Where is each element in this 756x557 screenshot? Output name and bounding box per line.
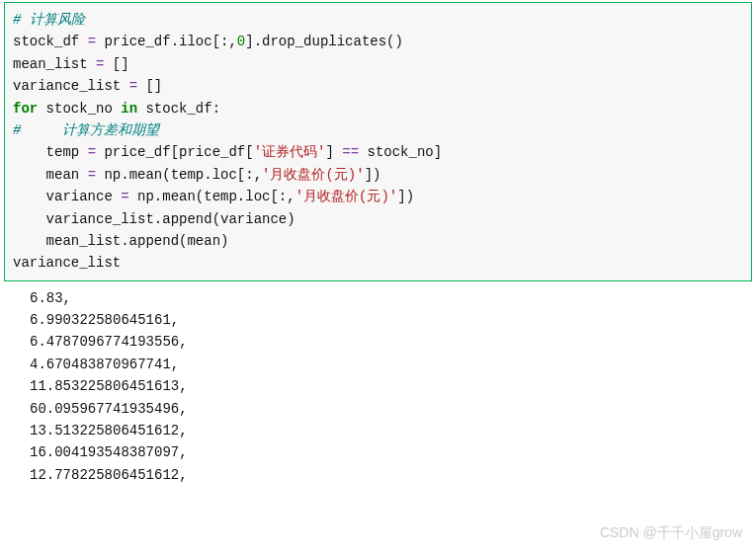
code-line: variance_list = [] xyxy=(13,75,743,97)
output-line: 16.004193548387097, xyxy=(30,441,746,463)
code-line: temp = price_df[price_df['证券代码'] == stoc… xyxy=(13,141,743,163)
code-cell-input: # 计算风险stock_df = price_df.iloc[:,0].drop… xyxy=(4,2,752,281)
output-line: 11.853225806451613, xyxy=(30,375,746,397)
output-line: 4.670483870967741, xyxy=(30,354,746,375)
code-line: variance_list xyxy=(13,252,743,274)
code-line: mean = np.mean(temp.loc[:,'月收盘价(元)']) xyxy=(13,164,743,186)
code-cell-output: 6.83,6.990322580645161,6.478709677419355… xyxy=(2,281,754,487)
watermark: CSDN @千千小屋grow xyxy=(600,521,742,543)
code-line: # 计算方差和期望 xyxy=(13,119,743,141)
output-line: 12.778225806451612, xyxy=(30,464,746,486)
code-line: mean_list.append(mean) xyxy=(13,230,743,252)
code-line: variance = np.mean(temp.loc[:,'月收盘价(元)']… xyxy=(13,186,743,207)
output-line: 13.513225806451612, xyxy=(30,420,746,441)
code-line: # 计算风险 xyxy=(13,9,743,31)
output-line: 6.4787096774193556, xyxy=(30,331,746,353)
output-line: 6.83, xyxy=(30,287,746,309)
code-line: mean_list = [] xyxy=(13,53,743,75)
output-line: 60.095967741935496, xyxy=(30,398,746,420)
code-line: stock_df = price_df.iloc[:,0].drop_dupli… xyxy=(13,31,743,52)
code-line: variance_list.append(variance) xyxy=(13,208,743,230)
code-line: for stock_no in stock_df: xyxy=(13,98,743,119)
output-line: 6.990322580645161, xyxy=(30,309,746,331)
